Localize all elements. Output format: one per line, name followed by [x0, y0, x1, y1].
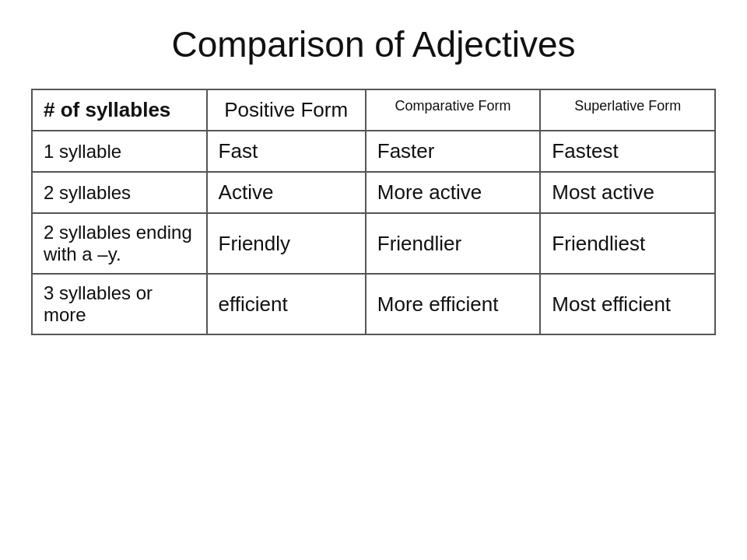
cell-positive-3: efficient — [207, 274, 366, 334]
cell-syllables-3: 3 syllables or more — [32, 274, 207, 334]
table-header-row: # of syllables Positive Form Comparative… — [32, 89, 715, 131]
header-syllables: # of syllables — [32, 89, 207, 131]
header-comparative: Comparative Form — [366, 89, 541, 131]
cell-syllables-2: 2 syllables ending with a –y. — [32, 213, 207, 274]
cell-superlative-2: Friendliest — [540, 213, 715, 274]
cell-superlative-1: Most active — [540, 172, 715, 213]
header-superlative: Superlative Form — [540, 89, 715, 131]
table-row: 1 syllableFastFasterFastest — [32, 131, 715, 172]
page-title: Comparison of Adjectives — [171, 23, 575, 65]
cell-comparative-3: More efficient — [366, 274, 541, 334]
cell-syllables-0: 1 syllable — [32, 131, 207, 172]
cell-superlative-3: Most efficient — [540, 274, 715, 334]
cell-comparative-0: Faster — [366, 131, 541, 172]
header-positive: Positive Form — [207, 89, 366, 131]
cell-superlative-0: Fastest — [540, 131, 715, 172]
table-row: 3 syllables or moreefficientMore efficie… — [32, 274, 715, 334]
cell-positive-2: Friendly — [207, 213, 366, 274]
cell-comparative-2: Friendlier — [366, 213, 541, 274]
table-row: 2 syllablesActiveMore activeMost active — [32, 172, 715, 213]
cell-comparative-1: More active — [366, 172, 541, 213]
table-row: 2 syllables ending with a –y.FriendlyFri… — [32, 213, 715, 274]
cell-syllables-1: 2 syllables — [32, 172, 207, 213]
cell-positive-0: Fast — [207, 131, 366, 172]
comparison-table: # of syllables Positive Form Comparative… — [31, 89, 716, 335]
cell-positive-1: Active — [207, 172, 366, 213]
